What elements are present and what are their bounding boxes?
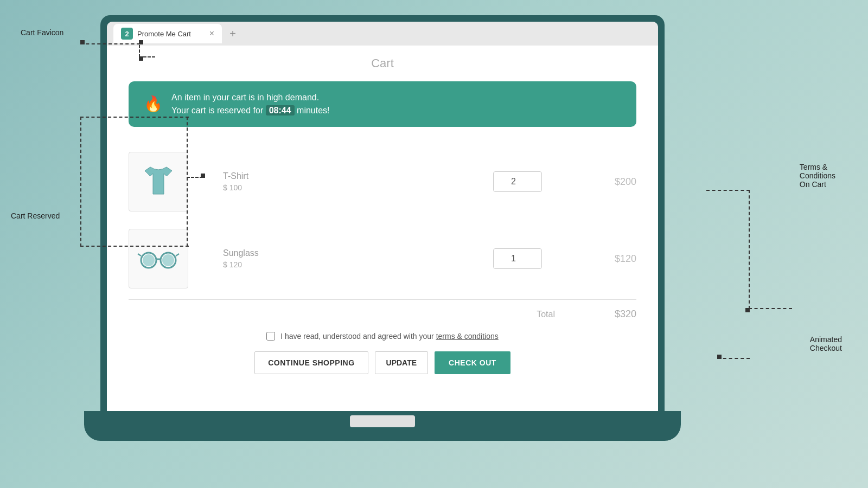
svg-line-5 [138,254,141,256]
svg-point-1 [143,254,155,266]
update-button[interactable]: UPDATE [375,351,429,374]
browser-tab-active[interactable]: 2 Promote Me Cart × [113,24,222,43]
svg-line-6 [176,254,179,256]
cart-item-sunglasses: Sunglass $ 120 $120 [129,220,636,297]
continue-shopping-button[interactable]: CONTINUE SHOPPING [254,351,368,374]
terms-row: I have read, understood and agreed with … [129,332,636,341]
alert-text: An item in your cart is in high demand. … [171,91,330,117]
alert-banner: 🔥 An item in your cart is in high demand… [129,81,636,127]
page-title: Cart [129,56,636,70]
tab-favicon: 2 [121,28,133,40]
sunglasses-icon [137,245,180,272]
terms-checkbox[interactable] [266,332,275,341]
annotation-cart-favicon: Cart Favicon [21,28,63,37]
cart-item-tshirt: T-Shirt $ 100 $200 [129,143,636,220]
terms-link[interactable]: terms & conditions [436,332,499,341]
buttons-row: CONTINUE SHOPPING UPDATE CHECK OUT [129,351,636,374]
svg-point-3 [162,254,174,266]
browser-chrome: 2 Promote Me Cart × + [107,22,658,46]
sunglasses-quantity[interactable] [493,248,542,269]
sunglasses-details: Sunglass $ 120 [223,248,480,269]
total-value: $320 [598,309,636,320]
tshirt-image [129,152,188,211]
laptop-screen: 2 Promote Me Cart × + Cart 🔥 An item in … [107,22,658,411]
alert-line2-suffix: minutes! [295,106,330,115]
laptop-trackpad [350,415,415,427]
alert-line2: Your cart is reserved for 08:44 minutes! [171,104,330,117]
tshirt-icon [139,163,177,201]
tshirt-price: $ 100 [223,183,480,192]
terms-text: I have read, understood and agreed with … [280,332,499,341]
cart-divider [129,299,636,300]
annotation-cart-reserved: Cart Reserved [11,211,60,220]
sunglasses-name: Sunglass [223,248,480,258]
annotation-animated-checkout: Animated Checkout [810,335,842,352]
alert-line1: An item in your cart is in high demand. [171,91,330,104]
fire-icon: 🔥 [144,97,163,112]
laptop-screen-border: 2 Promote Me Cart × + Cart 🔥 An item in … [100,15,665,411]
tab-close-icon[interactable]: × [209,29,214,38]
laptop-container: 2 Promote Me Cart × + Cart 🔥 An item in … [100,15,692,460]
alert-line2-prefix: Your cart is reserved for [171,106,266,115]
tshirt-total: $200 [598,176,636,188]
tshirt-details: T-Shirt $ 100 [223,171,480,192]
new-tab-button[interactable]: + [224,25,241,42]
page-content: Cart 🔥 An item in your cart is in high d… [107,46,658,411]
laptop-base [84,411,681,441]
total-row: Total $320 [129,302,636,324]
sunglasses-total: $120 [598,253,636,265]
tshirt-quantity[interactable] [493,171,542,192]
total-label: Total [537,310,555,319]
cart-timer: 08:44 [266,105,295,115]
annotation-terms: Terms & Conditions On Cart [800,163,835,189]
checkout-button[interactable]: CHECK OUT [435,351,510,374]
tab-title: Promote Me Cart [137,30,205,38]
sunglasses-image [129,229,188,288]
sunglasses-price: $ 120 [223,260,480,269]
tshirt-name: T-Shirt [223,171,480,181]
